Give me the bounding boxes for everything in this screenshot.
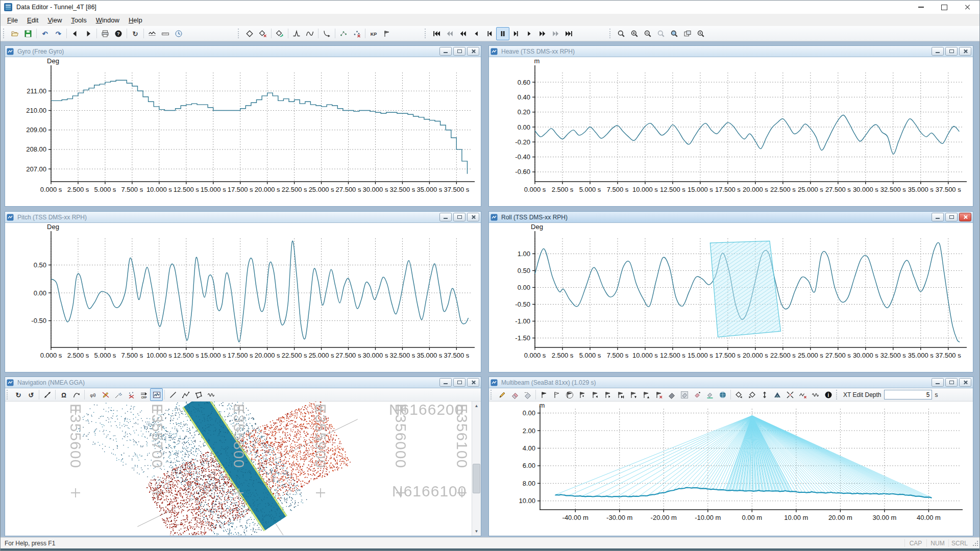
help-icon[interactable]: ? [112, 27, 125, 40]
skip-start-icon[interactable] [430, 27, 443, 40]
window-maximize-button[interactable] [933, 1, 956, 14]
redo-icon[interactable]: ↷ [52, 27, 65, 40]
edit-strike-icon[interactable] [99, 388, 112, 401]
panel-close-button[interactable] [467, 47, 479, 56]
gyro-chart[interactable]: 211.00210.00209.00208.00207.000.000 s2.5… [5, 57, 481, 206]
flag-next-icon[interactable] [601, 388, 614, 401]
swath-back-icon[interactable] [732, 388, 745, 401]
phi-symbols-icon[interactable]: φθ [86, 388, 99, 401]
refresh-icon[interactable]: ↻ [129, 27, 142, 40]
measure-line-icon[interactable] [41, 388, 54, 401]
zoom-select-icon[interactable] [615, 27, 628, 40]
zoom-window-icon[interactable] [654, 27, 668, 40]
toolbar-grip[interactable] [3, 29, 6, 38]
merge-points-icon[interactable] [337, 27, 350, 40]
menu-help[interactable]: Help [124, 15, 147, 26]
flag-up-icon[interactable] [627, 388, 640, 401]
zoom-out-icon[interactable] [641, 27, 654, 40]
polyline-tool-icon[interactable] [179, 388, 192, 401]
panel-minimize-button[interactable] [439, 378, 452, 387]
panel-restore-button[interactable] [945, 378, 958, 387]
info-icon[interactable]: i [822, 388, 835, 401]
panel-pitch-titlebar[interactable]: Pitch (TSS DMS-xx RPH) [5, 212, 481, 223]
erase-area-icon[interactable] [678, 388, 691, 401]
swath-fwd-icon[interactable] [745, 388, 758, 401]
wiggle-tool-icon[interactable] [809, 388, 822, 401]
tvg-triangle-icon[interactable] [771, 388, 783, 401]
kp-label-icon[interactable]: KP [367, 27, 380, 40]
time-clock-icon[interactable] [172, 27, 185, 40]
pitch-chart[interactable]: 0.500.00-0.500.000 s2.500 s5.000 s7.500 … [5, 223, 481, 372]
menu-view[interactable]: View [43, 15, 66, 26]
panel-restore-button[interactable] [945, 213, 958, 221]
menu-tools[interactable]: Tools [66, 15, 91, 26]
nav-forward-icon[interactable] [82, 27, 95, 40]
resize-grip[interactable] [971, 539, 979, 547]
save-icon[interactable] [21, 27, 35, 40]
panel-multibeam-titlebar[interactable]: Multibeam (SeaBat 81xx) (1.029 s) [489, 377, 973, 388]
zoom-in-icon[interactable] [628, 27, 641, 40]
panel-navigation-titlebar[interactable]: Navigation (NMEA GGA) [5, 377, 481, 388]
range-gate-icon[interactable] [758, 388, 771, 401]
panel-close-button[interactable] [959, 213, 971, 221]
scrollbar-thumb[interactable] [473, 464, 480, 493]
pause-icon[interactable] [496, 27, 509, 40]
roll-chart[interactable]: 1.000.500.00-0.50-1.00-1.500.000 s2.500 … [489, 223, 973, 372]
line-tool-icon[interactable] [166, 388, 179, 401]
toolbar-grip[interactable] [425, 29, 427, 38]
diamond-restore-icon[interactable] [273, 27, 286, 40]
diamond-delete-icon[interactable] [256, 27, 270, 40]
omega-tool-icon[interactable]: Ω [57, 388, 70, 401]
window-close-button[interactable] [956, 1, 979, 14]
snap-arrows-icon[interactable] [783, 388, 796, 401]
erase-base-icon[interactable] [703, 388, 716, 401]
toolbar-grip[interactable] [609, 29, 612, 38]
rotate-ccw-icon[interactable]: ↺ [24, 388, 37, 401]
spray-points-icon[interactable] [112, 388, 125, 401]
nav-back-icon[interactable] [68, 27, 82, 40]
flag-back-icon[interactable] [576, 388, 589, 401]
undo-icon[interactable]: ↶ [38, 27, 52, 40]
navigation-scrollbar[interactable]: ▲ ▼ [472, 402, 481, 536]
erase-line-icon[interactable] [508, 388, 521, 401]
panel-minimize-button[interactable] [932, 47, 944, 56]
flag-circle-icon[interactable] [563, 388, 576, 401]
spike-x-icon[interactable] [796, 388, 809, 401]
panel-heave-titlebar[interactable]: Heave (TSS DMS-xx RPH) [489, 46, 973, 57]
spike-filter-icon[interactable] [290, 27, 303, 40]
panel-minimize-button[interactable] [439, 213, 452, 221]
window-minimize-button[interactable] [909, 1, 933, 14]
window-titlebar[interactable]: Data Editor - Tunnel_4T [86] [1, 1, 979, 14]
flag-solid-icon[interactable] [537, 388, 550, 401]
interpolate-icon[interactable] [303, 27, 316, 40]
panel-minimize-button[interactable] [932, 213, 944, 221]
multibeam-fan-chart[interactable]: 0.002.004.006.008.0010.00-40.00 m-30.00 … [489, 402, 973, 536]
panel-minimize-button[interactable] [932, 378, 944, 387]
scroll-up-button[interactable]: ▲ [472, 402, 481, 410]
target-globe-icon[interactable] [716, 388, 729, 401]
panel-restore-button[interactable] [945, 47, 958, 56]
xt-edit-depth-input[interactable] [884, 390, 932, 399]
panel-gyro-titlebar[interactable]: Gyro (Free Gyro) [5, 46, 481, 57]
panel-minimize-button[interactable] [439, 47, 452, 56]
menu-edit[interactable]: Edit [22, 15, 43, 26]
toolbar-grip[interactable] [238, 29, 240, 38]
toolbar-grip[interactable] [7, 390, 9, 399]
flag-outline-icon[interactable] [550, 388, 563, 401]
panel-restore-button[interactable] [453, 47, 465, 56]
toolbar-grip[interactable] [836, 390, 839, 399]
panel-close-button[interactable] [467, 378, 479, 387]
fast-forward-icon[interactable] [549, 27, 562, 40]
erase-point-icon[interactable] [691, 388, 703, 401]
panel-roll-titlebar[interactable]: Roll (TSS DMS-xx RPH) [489, 212, 973, 223]
erase-dark-icon[interactable] [665, 388, 678, 401]
play-icon[interactable] [523, 27, 536, 40]
toolbar-grip[interactable] [491, 390, 493, 399]
scroll-down-button[interactable]: ▼ [472, 527, 481, 536]
timeseries-view-icon[interactable] [150, 388, 163, 401]
flag-prev-icon[interactable] [589, 388, 601, 401]
signal-filter-icon[interactable] [145, 27, 159, 40]
flag-fwd-icon[interactable] [614, 388, 627, 401]
menu-file[interactable]: File [3, 15, 22, 26]
fast-forward-icon[interactable] [536, 27, 549, 40]
